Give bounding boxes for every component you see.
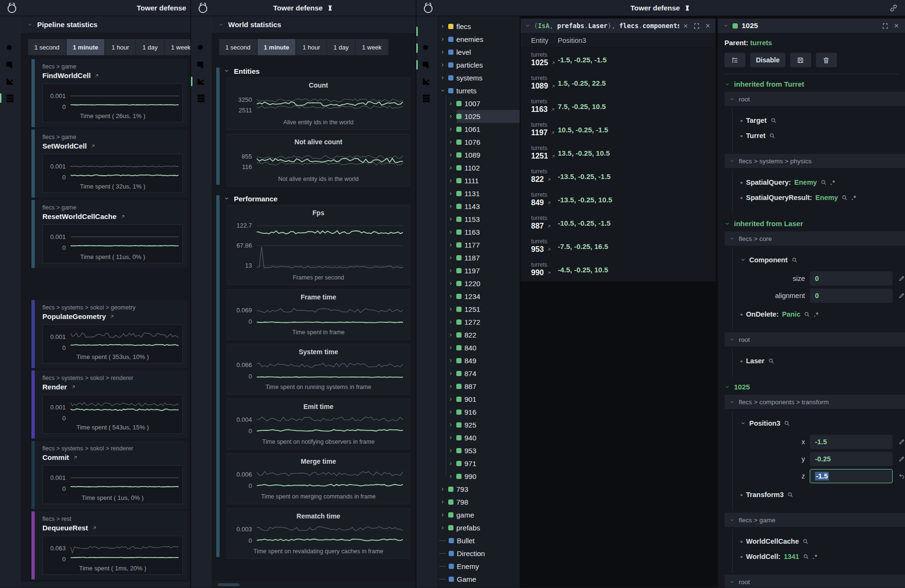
query-result-row[interactable]: turrets990-4.5, -0.25, 10.5	[521, 258, 715, 281]
search-icon[interactable]	[421, 43, 432, 53]
tree-item-1251[interactable]: 1251	[437, 303, 520, 316]
chevron-right-icon[interactable]	[448, 229, 453, 235]
chevron-right-icon[interactable]	[440, 50, 445, 55]
tree-item-1111[interactable]: 1111	[437, 174, 520, 187]
chevron-right-icon[interactable]	[448, 422, 453, 428]
stats-icon[interactable]	[5, 93, 15, 103]
external-link-icon[interactable]	[70, 384, 76, 390]
tree-item-887[interactable]: 887	[437, 380, 520, 393]
inspector-icon[interactable]	[5, 60, 15, 70]
column-position3[interactable]: Position3	[558, 37, 586, 44]
chevron-right-icon[interactable]	[448, 152, 453, 158]
close-icon[interactable]	[704, 22, 711, 29]
link-icon[interactable]	[889, 3, 898, 13]
component-group-bar[interactable]: root	[724, 92, 905, 106]
tree-item-1131[interactable]: 1131	[437, 187, 520, 200]
tree-item-flecs[interactable]: flecs	[437, 20, 520, 33]
query-text[interactable]: (IsA, prefabs.Laser), flecs.components	[534, 22, 679, 30]
undo-icon[interactable]	[898, 472, 905, 480]
chevron-right-icon[interactable]	[448, 409, 453, 415]
close-icon[interactable]	[893, 22, 900, 29]
system-name[interactable]: DequeueRest	[42, 524, 183, 532]
query-result-row[interactable]: turrets953-7.5, -0.25, 16.5	[521, 235, 715, 258]
tree-item-990[interactable]: 990	[437, 470, 520, 483]
external-link-icon[interactable]	[546, 177, 552, 182]
fullscreen-icon[interactable]	[693, 22, 700, 30]
tree-item-game[interactable]: game	[437, 508, 520, 521]
chevron-right-icon[interactable]	[448, 178, 453, 183]
external-link-icon[interactable]	[550, 130, 555, 136]
chevron-right-icon[interactable]	[448, 319, 453, 325]
magnifier-icon[interactable]	[804, 311, 810, 318]
tree-item-enemies[interactable]: enemies	[437, 33, 520, 46]
magnifier-icon[interactable]	[787, 491, 794, 498]
tree-item-level[interactable]: level	[437, 46, 520, 59]
component-group-bar[interactable]: root	[724, 332, 905, 347]
field-input-x[interactable]: -1.5	[810, 435, 893, 449]
magnifier-icon[interactable]	[769, 132, 775, 139]
clear-query-icon[interactable]	[683, 23, 689, 29]
tree-item-Bullet[interactable]: Bullet	[437, 534, 520, 547]
chevron-down-icon[interactable]	[723, 23, 729, 29]
system-name[interactable]: PopulateGeometry	[42, 312, 183, 320]
tree-view-button[interactable]	[724, 53, 745, 67]
external-link-icon[interactable]	[550, 107, 555, 112]
magnifier-icon[interactable]	[784, 420, 790, 427]
external-link-icon[interactable]	[551, 60, 556, 66]
chevron-right-icon[interactable]	[448, 371, 453, 376]
query-result-row[interactable]: turrets849-13.5, -0.25, 10.5	[521, 188, 715, 211]
inspector-section-header[interactable]: 1025	[724, 383, 905, 391]
chevron-right-icon[interactable]	[448, 242, 453, 248]
tree-item-1187[interactable]: 1187	[437, 251, 520, 264]
component-group-bar[interactable]: flecs > systems > physics	[724, 154, 905, 168]
tree-item-turrets[interactable]: turrets	[437, 84, 520, 97]
chevron-right-icon[interactable]	[448, 397, 453, 402]
tree-item-901[interactable]: 901	[437, 393, 520, 406]
external-link-icon[interactable]	[72, 455, 78, 460]
tab-1-minute[interactable]: 1 minute	[258, 39, 295, 55]
entity-id-link[interactable]: 1163	[531, 105, 558, 114]
pencil-icon[interactable]	[898, 292, 905, 299]
entity-id-link[interactable]: 990	[531, 269, 558, 277]
tree-item-840[interactable]: 840	[437, 341, 520, 354]
parent-value-link[interactable]: turrets	[750, 39, 772, 47]
external-link-icon[interactable]	[120, 214, 126, 219]
tree-item-1163[interactable]: 1163	[437, 226, 520, 239]
external-link-icon[interactable]	[109, 314, 115, 319]
component-group-bar[interactable]: flecs > core	[724, 231, 905, 246]
tree-item-systems[interactable]: systems	[437, 71, 520, 84]
entity-id-link[interactable]: 1025	[531, 59, 558, 67]
pencil-icon[interactable]	[898, 275, 905, 282]
query-result-row[interactable]: turrets125113.5, -0.25, 10.5	[521, 141, 715, 165]
system-name[interactable]: Render	[42, 383, 183, 391]
tree-item-Game[interactable]: Game	[437, 573, 520, 586]
chevron-right-icon[interactable]	[448, 101, 453, 106]
tab-1-second[interactable]: 1 second	[28, 39, 66, 55]
chevron-right-icon[interactable]	[448, 384, 453, 389]
chevron-right-icon[interactable]	[448, 294, 453, 299]
external-link-icon[interactable]	[551, 84, 556, 89]
tree-item-798[interactable]: 798	[437, 496, 520, 508]
query-result-row[interactable]: turrets887-10.5, -0.25, -1.5	[521, 211, 715, 235]
tree-item-874[interactable]: 874	[437, 367, 520, 380]
chevron-right-icon[interactable]	[448, 255, 453, 260]
tree-item-971[interactable]: 971	[437, 457, 520, 470]
pencil-icon[interactable]	[898, 438, 905, 446]
field-input-y[interactable]: -0.25	[810, 452, 893, 466]
external-link-icon[interactable]	[546, 247, 552, 252]
tree-item-Health[interactable]: Health	[437, 586, 520, 588]
tree-item-1076[interactable]: 1076	[437, 136, 520, 149]
tree-item-793[interactable]: 793	[437, 483, 520, 496]
chart-icon[interactable]	[421, 76, 432, 87]
component-value-link[interactable]: Enemy	[794, 179, 817, 186]
delete-button[interactable]	[816, 53, 837, 67]
horizontal-scrollbar[interactable]	[212, 581, 416, 588]
magnifier-icon[interactable]	[791, 257, 798, 263]
search-icon[interactable]	[196, 43, 206, 53]
external-link-icon[interactable]	[90, 143, 96, 149]
field-input-alignment[interactable]: 0	[810, 289, 893, 303]
field-input-z[interactable]: -1.5	[810, 469, 893, 483]
component-group-bar[interactable]: root	[724, 575, 905, 588]
save-button[interactable]	[790, 53, 811, 67]
chevron-right-icon[interactable]	[440, 24, 445, 29]
